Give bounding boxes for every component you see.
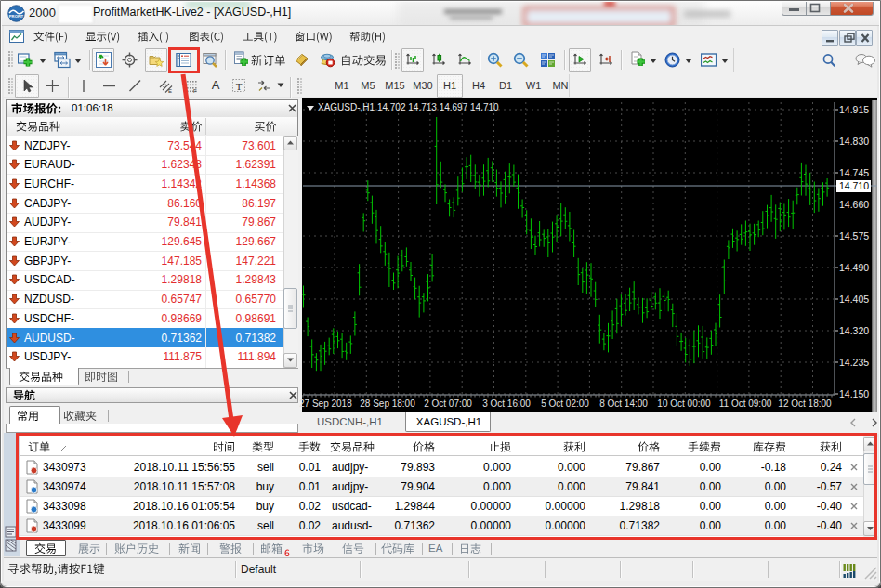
svg-text:PROFIT: PROFIT — [9, 14, 24, 19]
svg-text:T: T — [236, 81, 243, 92]
svg-text:E: E — [168, 88, 172, 94]
svg-text:F: F — [193, 88, 197, 94]
